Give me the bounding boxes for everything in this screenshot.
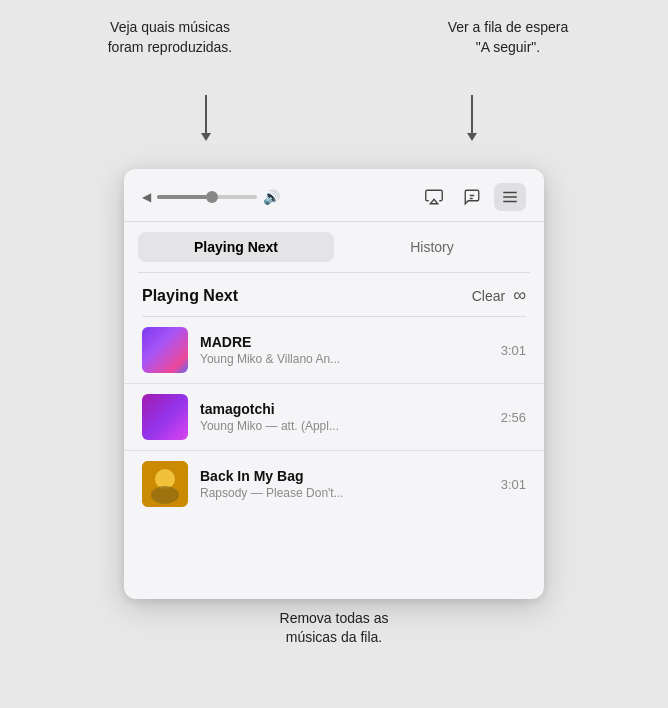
- volume-control: ◀ 🔊: [142, 189, 418, 205]
- airplay-button[interactable]: [418, 183, 450, 211]
- arrow-top-right: [471, 95, 473, 135]
- track-item[interactable]: MADRE Young Miko & Villano An... 3:01: [124, 317, 544, 384]
- player-panel: ◀ 🔊: [124, 169, 544, 599]
- track-artist-1: Young Miko & Villano An...: [200, 352, 489, 366]
- track-item[interactable]: tamagotchi Young Miko — att. (Appl... 2:…: [124, 384, 544, 451]
- svg-point-8: [151, 486, 179, 504]
- track-art-3-svg: [142, 461, 188, 507]
- tab-bar: Playing Next History: [124, 222, 544, 262]
- infinite-repeat-button[interactable]: ∞: [513, 285, 526, 306]
- track-art-1: [142, 327, 188, 373]
- tab-playing-next[interactable]: Playing Next: [138, 232, 334, 262]
- section-actions: Clear ∞: [472, 285, 526, 306]
- track-name-3: Back In My Bag: [200, 468, 489, 484]
- annotation-bottom: Remova todas as músicas da fila.: [234, 609, 434, 648]
- volume-slider[interactable]: [157, 195, 257, 199]
- annotation-top-right-text: Ver a fila de espera "A seguir".: [448, 19, 569, 55]
- annotation-top-left: Veja quais músicas foram reproduzidas.: [70, 18, 270, 57]
- tab-history-label: History: [410, 239, 454, 255]
- volume-max-icon: 🔊: [263, 189, 280, 205]
- track-name-1: MADRE: [200, 334, 489, 350]
- annotation-top-left-text: Veja quais músicas foram reproduzidas.: [108, 19, 233, 55]
- track-list: MADRE Young Miko & Villano An... 3:01 ta…: [124, 317, 544, 517]
- annotation-top-right: Ver a fila de espera "A seguir".: [428, 18, 588, 57]
- lyrics-button[interactable]: [456, 183, 488, 211]
- track-art-3: [142, 461, 188, 507]
- tab-playing-next-label: Playing Next: [194, 239, 278, 255]
- track-duration-2: 2:56: [501, 410, 526, 425]
- svg-marker-0: [430, 199, 438, 204]
- track-info-1: MADRE Young Miko & Villano An...: [200, 334, 489, 366]
- track-info-3: Back In My Bag Rapsody — Please Don't...: [200, 468, 489, 500]
- track-info-2: tamagotchi Young Miko — att. (Appl...: [200, 401, 489, 433]
- control-icons: [418, 183, 526, 211]
- volume-min-icon: ◀: [142, 190, 151, 204]
- section-header: Playing Next Clear ∞: [124, 273, 544, 316]
- volume-slider-fill: [157, 195, 212, 199]
- track-name-2: tamagotchi: [200, 401, 489, 417]
- track-duration-1: 3:01: [501, 343, 526, 358]
- track-art-2: [142, 394, 188, 440]
- section-title: Playing Next: [142, 287, 238, 305]
- player-controls: ◀ 🔊: [124, 169, 544, 222]
- queue-button[interactable]: [494, 183, 526, 211]
- track-artist-2: Young Miko — att. (Appl...: [200, 419, 489, 433]
- track-duration-3: 3:01: [501, 477, 526, 492]
- volume-slider-thumb: [206, 191, 218, 203]
- arrow-top-left: [205, 95, 207, 135]
- tab-history[interactable]: History: [334, 232, 530, 262]
- clear-button[interactable]: Clear: [472, 288, 505, 304]
- track-item[interactable]: Back In My Bag Rapsody — Please Don't...…: [124, 451, 544, 517]
- annotation-bottom-text: Remova todas as músicas da fila.: [280, 610, 389, 646]
- track-artist-3: Rapsody — Please Don't...: [200, 486, 489, 500]
